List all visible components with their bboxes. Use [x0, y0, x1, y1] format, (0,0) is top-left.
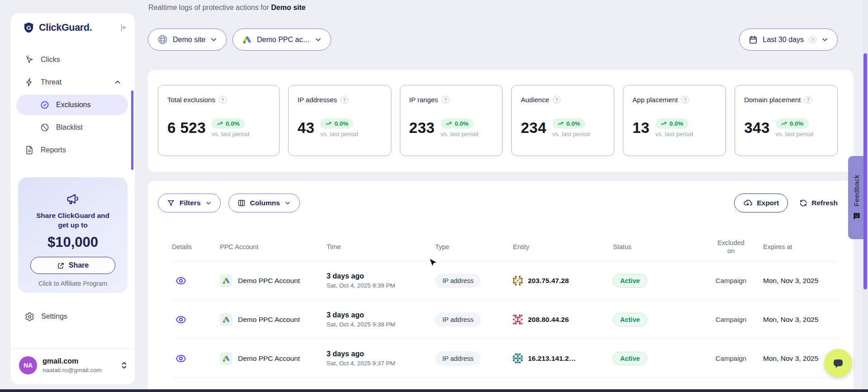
- megaphone-icon: [66, 193, 80, 206]
- up-down-chevrons-icon[interactable]: [121, 361, 128, 370]
- prohibit-icon: [40, 123, 49, 132]
- sidebar-item-settings[interactable]: Settings: [11, 306, 135, 327]
- stat-label: IP ranges: [409, 96, 438, 104]
- filters-button-label: Filters: [180, 199, 201, 207]
- exclusions-table-card: Filters Columns Export: [148, 181, 854, 392]
- trending-up-icon: [660, 121, 667, 127]
- page-subtitle: Realtime logs of protective actions for …: [148, 4, 306, 12]
- sidebar-scrollbar[interactable]: [131, 90, 133, 170]
- main-content: Realtime logs of protective actions for …: [148, 0, 868, 392]
- trending-up-icon: [217, 121, 223, 127]
- stat-caption: vs. last period: [212, 131, 249, 137]
- chat-bubble-icon: [831, 356, 845, 370]
- account-name: gmail.com: [43, 358, 102, 365]
- view-details-eye-icon[interactable]: [175, 314, 186, 325]
- stat-value: 233: [409, 119, 435, 137]
- time-full: Sat, Oct 4, 2025 9:38 PM: [327, 320, 435, 329]
- stat-label: Audience: [521, 96, 549, 104]
- nav-label: Clicks: [41, 56, 60, 64]
- stat-tile: Domain placement 343 0.0% vs. last perio…: [735, 85, 838, 156]
- col-ppc-account: PPC Account: [220, 243, 327, 250]
- help-icon[interactable]: [442, 96, 450, 104]
- ppc-account-name: Demo PPC Account: [238, 354, 300, 363]
- view-details-eye-icon[interactable]: [175, 275, 186, 286]
- trend-badge: 0.0%: [655, 118, 688, 129]
- columns-icon: [237, 199, 246, 207]
- stat-caption: vs. last period: [655, 131, 693, 137]
- site-selector-value: Demo site: [173, 36, 205, 44]
- brand-name: ClickGuard.: [39, 22, 92, 33]
- affiliate-promo-card[interactable]: Share ClickGuard and get up to $10,000 S…: [18, 177, 128, 293]
- account-switcher[interactable]: NA gmail.com naatali.ro@gmail.com: [19, 354, 128, 377]
- external-link-icon: [57, 262, 65, 269]
- export-button-label: Export: [757, 199, 779, 207]
- help-icon[interactable]: [341, 96, 348, 104]
- col-type: Type: [435, 243, 513, 250]
- help-icon[interactable]: [804, 96, 812, 104]
- sidebar-item-clicks[interactable]: Clicks: [11, 49, 135, 70]
- refresh-button-label: Refresh: [811, 199, 838, 207]
- chat-launcher-button[interactable]: [824, 349, 852, 377]
- columns-button[interactable]: Columns: [228, 194, 300, 213]
- refresh-button[interactable]: Refresh: [799, 199, 838, 207]
- sidebar-item-threat[interactable]: Threat: [11, 72, 135, 93]
- stat-value: 6 523: [167, 119, 206, 137]
- view-details-eye-icon[interactable]: [175, 353, 186, 364]
- funnel-icon: [167, 199, 175, 207]
- calendar-icon: [749, 35, 758, 44]
- page-scrollbar-thumb[interactable]: [863, 53, 867, 289]
- sidebar-divider: [11, 348, 135, 349]
- gear-icon: [25, 312, 34, 321]
- trend-badge: 0.0%: [441, 118, 474, 129]
- promo-caption: Click to Affiliate Program: [24, 280, 122, 287]
- time-relative: 3 days ago: [327, 310, 435, 320]
- expires-at-value: Mon, Nov 3, 2025: [763, 277, 838, 285]
- sidebar-item-exclusions[interactable]: Exclusions: [16, 94, 128, 115]
- stat-value: 13: [632, 119, 650, 137]
- stat-value: 43: [298, 119, 315, 137]
- trending-up-icon: [781, 121, 787, 127]
- trend-badge: 0.0%: [212, 118, 245, 129]
- table-row[interactable]: Demo PPC Account 3 days ago Sat, Oct 4, …: [172, 261, 838, 300]
- stat-tile: Audience 234 0.0% vs. last period: [511, 85, 614, 156]
- table-row[interactable]: Demo PPC Account 3 days ago Sat, Oct 4, …: [172, 300, 838, 339]
- trending-up-icon: [325, 121, 332, 127]
- google-ads-icon: [220, 274, 232, 287]
- page-subtitle-text: Realtime logs of protective actions for: [148, 4, 269, 11]
- entity-identicon: [513, 354, 523, 364]
- export-button[interactable]: Export: [734, 194, 788, 213]
- svg-text:G: G: [26, 24, 31, 31]
- clickguard-logo-icon: G: [23, 22, 35, 34]
- excluded-on-value: Campaign: [699, 316, 763, 323]
- col-status: Status: [613, 243, 699, 250]
- time-full: Sat, Oct 4, 2025 9:39 PM: [327, 281, 435, 290]
- site-selector[interactable]: Demo site: [148, 28, 227, 51]
- status-badge: Active: [613, 274, 647, 288]
- feedback-label: Feedback: [853, 175, 861, 206]
- share-button-label: Share: [69, 261, 89, 269]
- globe-icon: [157, 34, 168, 45]
- help-icon[interactable]: [553, 96, 560, 104]
- stat-caption: vs. last period: [776, 131, 813, 137]
- col-entity: Entity: [513, 243, 613, 250]
- ppc-account-selector[interactable]: Demo PPC ac…: [232, 28, 331, 51]
- share-button[interactable]: Share: [30, 257, 115, 274]
- sidebar: G ClickGuard. Clicks Threat: [11, 14, 135, 384]
- sidebar-item-blacklist[interactable]: Blacklist: [11, 117, 135, 138]
- collapse-sidebar-icon[interactable]: [119, 23, 128, 32]
- filters-button[interactable]: Filters: [158, 194, 221, 213]
- help-icon[interactable]: [219, 96, 227, 104]
- help-icon[interactable]: [809, 36, 816, 43]
- sidebar-item-reports[interactable]: Reports: [11, 140, 135, 161]
- date-range-selector[interactable]: Last 30 days: [739, 28, 838, 51]
- help-icon[interactable]: [681, 96, 689, 104]
- cloud-download-icon: [743, 198, 752, 208]
- stat-tile: App placement 13 0.0% vs. last period: [623, 85, 726, 156]
- col-excluded-on: Excluded on: [713, 239, 749, 255]
- chevron-down-icon: [205, 200, 212, 206]
- chevron-up-icon[interactable]: [114, 79, 121, 86]
- trend-badge: 0.0%: [320, 118, 353, 129]
- feedback-tab[interactable]: Feedback: [848, 156, 865, 239]
- table-row[interactable]: Demo PPC Account 3 days ago Sat, Oct 4, …: [172, 339, 838, 378]
- entity-identicon: [513, 276, 523, 286]
